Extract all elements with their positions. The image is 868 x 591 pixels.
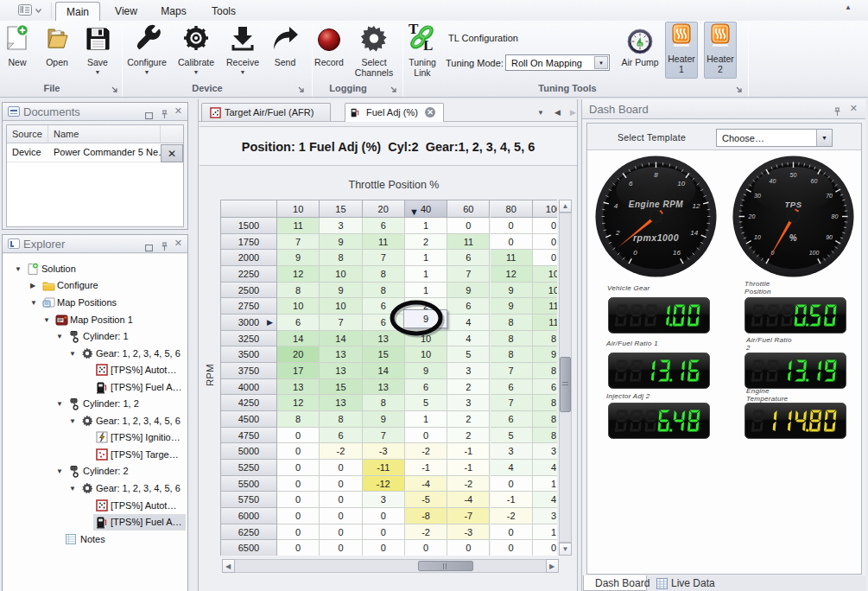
svg-text:40: 40 bbox=[770, 178, 776, 184]
svg-text:70: 70 bbox=[826, 193, 833, 199]
svg-text:20: 20 bbox=[748, 213, 756, 219]
svg-text:80: 80 bbox=[832, 213, 839, 219]
svg-text:12: 12 bbox=[692, 202, 700, 210]
svg-text:6: 6 bbox=[629, 180, 633, 187]
svg-text:90: 90 bbox=[826, 234, 833, 240]
svg-text:4: 4 bbox=[614, 202, 618, 210]
svg-text:14: 14 bbox=[690, 229, 698, 237]
svg-text:rpmx1000: rpmx1000 bbox=[633, 232, 679, 243]
svg-text:TPS: TPS bbox=[785, 200, 802, 209]
svg-text:2: 2 bbox=[615, 229, 620, 237]
svg-text:16: 16 bbox=[673, 249, 681, 257]
svg-text:%: % bbox=[789, 233, 797, 243]
svg-text:100: 100 bbox=[809, 250, 820, 256]
svg-text:10: 10 bbox=[677, 180, 685, 187]
svg-text:50: 50 bbox=[790, 172, 797, 178]
svg-text:PSI: PSI bbox=[638, 43, 643, 47]
svg-text:10: 10 bbox=[754, 234, 761, 240]
svg-text:30: 30 bbox=[754, 193, 761, 199]
svg-text:Engine RPM: Engine RPM bbox=[629, 200, 684, 209]
svg-text:8: 8 bbox=[654, 171, 658, 179]
svg-text:0: 0 bbox=[633, 249, 637, 257]
svg-text:60: 60 bbox=[811, 178, 818, 184]
